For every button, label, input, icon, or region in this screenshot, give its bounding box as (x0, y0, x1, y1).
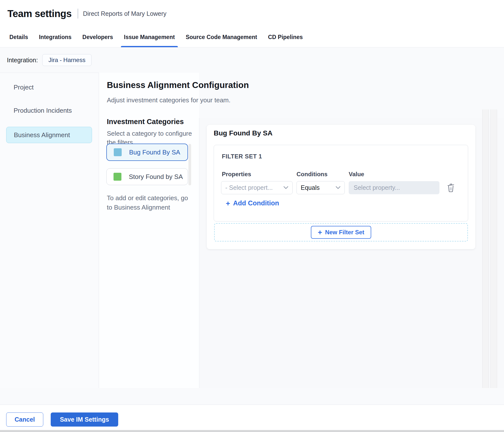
section-subtitle: Adjust investment categories for your te… (107, 96, 230, 104)
category-label: Story Found by SA (129, 173, 183, 181)
config-card-title: Bug Found By SA (214, 129, 273, 137)
page-subtitle: Direct Reports of Mary Lowery (83, 10, 167, 17)
tab-issue-management[interactable]: Issue Management (118, 27, 180, 47)
footer-bar: Cancel Save IM Settings (0, 405, 504, 430)
new-filter-set-label: New Filter Set (325, 229, 364, 236)
section-title: Business Alignment Configuration (107, 80, 249, 90)
category-list-scrollbar[interactable] (188, 144, 191, 185)
value-field-wrap (349, 181, 439, 194)
add-condition-button[interactable]: + Add Condition (226, 199, 279, 207)
settings-body: Project Production Incidents Business Al… (0, 73, 504, 405)
page-header: Team settings Direct Reports of Mary Low… (0, 0, 504, 27)
tab-integrations[interactable]: Integrations (33, 27, 77, 47)
category-bug-found-by-sa[interactable]: Bug Found By SA (106, 144, 188, 161)
sidebar-item-production-incidents[interactable]: Production Incidents (6, 102, 92, 119)
value-input[interactable] (349, 181, 439, 194)
category-label: Bug Found By SA (129, 149, 180, 156)
category-color-swatch (114, 148, 122, 156)
sidebar-item-business-alignment[interactable]: Business Alignment (6, 127, 92, 143)
content-area: Integration: Jira - Harness Project Prod… (0, 47, 504, 405)
page-scrollbar-track[interactable] (490, 109, 497, 388)
tab-details[interactable]: Details (4, 27, 33, 47)
condition-select-value: Equals (301, 184, 320, 191)
category-color-swatch (114, 173, 121, 181)
config-column: Bug Found By SA FILTER SET 1 Properties … (199, 118, 504, 388)
category-story-found-by-sa[interactable]: Story Found by SA (106, 168, 188, 185)
tab-bar: Details Integrations Developers Issue Ma… (0, 27, 504, 47)
filter-set-box: FILTER SET 1 Properties Conditions Value… (214, 145, 468, 221)
page-title: Team settings (7, 8, 72, 19)
filter-set-title: FILTER SET 1 (222, 153, 262, 160)
chevron-down-icon (283, 186, 288, 189)
integration-chip[interactable]: Jira - Harness (42, 54, 92, 66)
column-label-value: Value (349, 171, 364, 178)
inner-scrollbar-track[interactable] (482, 109, 489, 388)
new-filter-set-button[interactable]: + New Filter Set (311, 226, 371, 239)
team-settings-page: Team settings Direct Reports of Mary Low… (0, 0, 504, 432)
tab-developers[interactable]: Developers (77, 27, 118, 47)
investment-categories-heading: Investment Categories (107, 118, 184, 126)
condition-select[interactable]: Equals (297, 181, 345, 194)
property-select[interactable]: - Select propert... (221, 181, 293, 194)
settings-sidebar: Project Production Incidents Business Al… (0, 73, 99, 388)
save-im-settings-button[interactable]: Save IM Settings (51, 412, 118, 427)
new-filter-set-dropzone: + New Filter Set (214, 223, 468, 241)
tab-cd-pipelines[interactable]: CD Pipelines (263, 27, 308, 47)
property-select-placeholder: - Select propert... (225, 184, 273, 191)
sidebar-item-project[interactable]: Project (6, 79, 92, 95)
category-config-card: Bug Found By SA FILTER SET 1 Properties … (207, 125, 475, 249)
tab-source-code-management[interactable]: Source Code Management (180, 27, 263, 47)
title-divider (78, 9, 78, 19)
plus-icon: + (318, 229, 322, 236)
plus-icon: + (226, 200, 230, 207)
delete-condition-button[interactable] (445, 181, 456, 194)
integration-row: Integration: Jira - Harness (0, 47, 504, 73)
column-label-conditions: Conditions (297, 171, 327, 178)
window-bottom-edge (0, 430, 504, 432)
chevron-down-icon (336, 186, 341, 189)
cancel-button[interactable]: Cancel (6, 412, 43, 427)
integration-label: Integration: (7, 57, 38, 64)
column-label-properties: Properties (222, 171, 251, 178)
categories-note: To add or edit categories, go to Busines… (107, 193, 191, 212)
trash-icon (447, 183, 455, 193)
add-condition-label: Add Condition (233, 199, 279, 207)
